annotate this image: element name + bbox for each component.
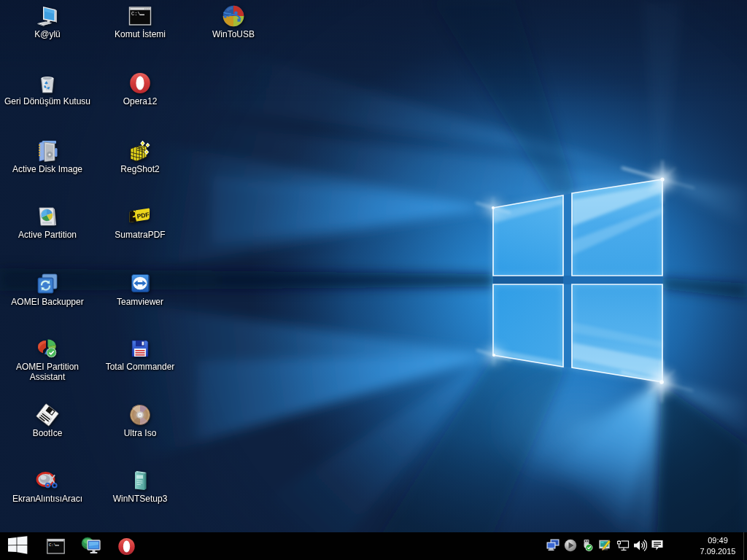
svg-text:C:\: C:\ xyxy=(131,11,141,17)
svg-text:C:\: C:\ xyxy=(49,542,56,548)
